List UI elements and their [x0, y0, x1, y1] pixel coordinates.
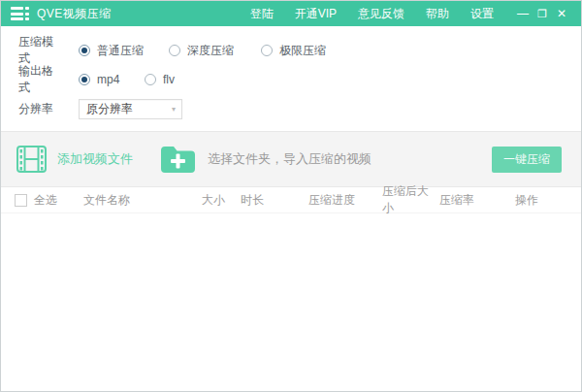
add-video-files-button[interactable]: 添加视频文件	[57, 150, 133, 168]
titlebar: QVE视频压缩 登陆 开通VIP 意见反馈 帮助 设置 — ❐ ✕	[1, 1, 581, 26]
close-icon[interactable]: ✕	[552, 1, 571, 26]
column-size: 大小	[202, 192, 241, 209]
resolution-label: 分辨率	[18, 101, 63, 117]
settings-panel: 压缩模式 普通压缩 深度压缩 极限压缩 输出格式 mp4 flv	[1, 26, 581, 131]
radio-normal-compression[interactable]: 普通压缩	[79, 43, 144, 59]
select-all-label: 全选	[34, 192, 57, 209]
radio-selected-icon	[79, 74, 90, 85]
output-format-row: 输出格式 mp4 flv	[18, 65, 581, 94]
radio-mp4[interactable]: mp4	[79, 73, 132, 86]
radio-unselected-icon	[261, 45, 273, 56]
select-all-cell: 全选	[15, 192, 83, 209]
column-progress: 压缩进度	[308, 192, 382, 209]
nav-vip[interactable]: 开通VIP	[295, 6, 337, 22]
window-controls: — ❐ ✕	[513, 1, 571, 26]
column-action: 操作	[515, 192, 581, 209]
compression-mode-row: 压缩模式 普通压缩 深度压缩 极限压缩	[18, 36, 581, 65]
minimize-icon[interactable]: —	[513, 1, 533, 26]
output-format-label: 输出格式	[18, 63, 63, 96]
folder-hint-text: 选择文件夹，导入压缩的视频	[208, 150, 372, 168]
nav-login[interactable]: 登陆	[250, 6, 274, 22]
resolution-select[interactable]: 原分辨率 ▾	[79, 99, 182, 119]
app-logo-icon	[11, 7, 29, 20]
radio-deep-compression[interactable]: 深度压缩	[169, 43, 234, 59]
filmstrip-icon[interactable]	[16, 146, 47, 173]
radio-unselected-icon	[145, 74, 156, 85]
nav-feedback[interactable]: 意见反馈	[358, 6, 404, 22]
nav-help[interactable]: 帮助	[426, 6, 449, 22]
add-folder-icon[interactable]	[159, 144, 197, 175]
select-all-checkbox[interactable]	[15, 194, 27, 207]
import-bar: 添加视频文件 选择文件夹，导入压缩的视频 一键压缩	[1, 131, 581, 187]
one-click-compress-button[interactable]: 一键压缩	[492, 147, 562, 173]
titlebar-nav: 登陆 开通VIP 意见反馈 帮助 设置 — ❐ ✕	[229, 1, 571, 26]
column-duration: 时长	[241, 192, 308, 209]
resolution-value: 原分辨率	[86, 101, 172, 117]
radio-unselected-icon	[169, 45, 180, 56]
column-file-name: 文件名称	[83, 192, 202, 209]
file-table-header: 全选 文件名称 大小 时长 压缩进度 压缩后大小 压缩率 操作	[1, 187, 581, 213]
radio-selected-icon	[79, 45, 90, 56]
app-window: QVE视频压缩 登陆 开通VIP 意见反馈 帮助 设置 — ❐ ✕ 压缩模式 普…	[0, 0, 582, 392]
compression-mode-label: 压缩模式	[18, 34, 63, 67]
column-ratio: 压缩率	[439, 192, 515, 209]
radio-flv[interactable]: flv	[145, 73, 175, 86]
file-table-body	[1, 213, 581, 385]
radio-extreme-compression[interactable]: 极限压缩	[261, 43, 326, 59]
resolution-row: 分辨率 原分辨率 ▾	[18, 94, 581, 123]
chevron-down-icon: ▾	[172, 105, 176, 114]
column-after-size: 压缩后大小	[382, 183, 439, 216]
maximize-icon[interactable]: ❐	[533, 1, 552, 26]
app-title: QVE视频压缩	[37, 6, 112, 22]
nav-settings[interactable]: 设置	[470, 6, 494, 22]
